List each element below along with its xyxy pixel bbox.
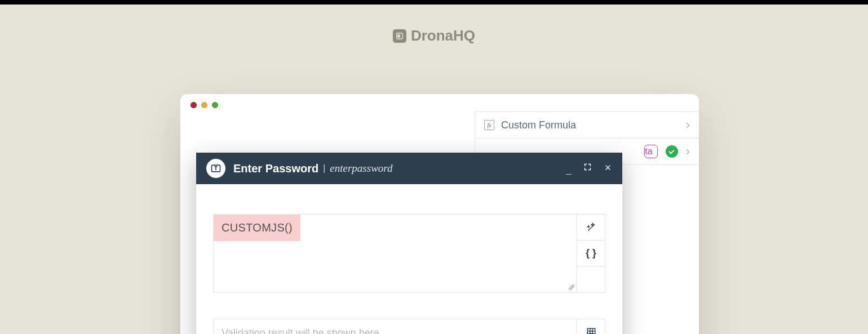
check-circle-icon [666,145,678,158]
title-separator: | [323,163,325,173]
formula-editor-container: CUSTOMJS() { } [213,214,605,293]
resize-handle[interactable] [569,284,574,290]
window-close-dot[interactable] [191,102,197,108]
window-maximize-dot[interactable] [212,102,218,108]
modal-title: Enter Password [233,162,318,175]
formula-input[interactable]: CUSTOMJS() [214,215,577,292]
brand-logo: DronaHQ [393,27,475,44]
result-tools [577,319,605,334]
brand-icon [393,29,406,43]
expand-icon[interactable] [583,162,592,175]
tool-spacer [577,266,605,292]
window-controls [191,102,218,108]
chevron-right-icon: › [686,118,690,132]
brand-name: DronaHQ [411,27,475,44]
top-bar [0,0,868,5]
custom-formula-row[interactable]: fx Custom Formula › [475,112,699,139]
braces-button[interactable]: { } [577,241,605,266]
window-minimize-dot[interactable] [201,102,207,108]
validation-result-container: Validation result will be shown here. [213,319,605,334]
formula-text: CUSTOMJS() [214,215,300,241]
fx-icon: fx [484,120,494,130]
modal-subtitle: enterpassword [330,162,392,175]
modal-header: Enter Password | enterpassword _ [196,153,622,184]
formula-modal: Enter Password | enterpassword _ CUSTOMJ… [196,153,622,334]
data-badge[interactable]: ta [644,145,657,158]
chevron-right-icon[interactable]: › [686,144,690,159]
minimize-icon[interactable]: _ [566,164,572,176]
text-field-icon [206,159,225,178]
custom-formula-label: Custom Formula [501,119,679,131]
magic-wand-button[interactable] [577,215,605,241]
close-icon[interactable] [604,163,612,175]
formula-tools: { } [577,215,605,292]
svg-rect-1 [398,34,400,37]
table-view-button[interactable] [586,327,596,335]
modal-window-actions: _ [566,162,612,175]
validation-result-text: Validation result will be shown here. [214,319,577,334]
